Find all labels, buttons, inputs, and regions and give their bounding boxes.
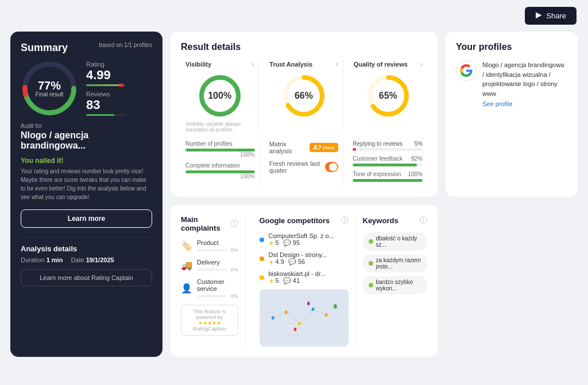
reviews-block: Reviews 83 — [86, 91, 126, 116]
rating-value: 4.99 — [86, 68, 126, 83]
competitor-0-stars: 5 — [276, 239, 279, 246]
keyword-0[interactable]: dbałość o każdy sz... — [363, 232, 428, 251]
keyword-dot-0 — [369, 239, 373, 244]
share-icon: ⯈ — [535, 11, 543, 20]
keywords-info-icon[interactable]: ⓘ — [420, 215, 427, 225]
rating-reviews: Rating 4.99 Reviews 83 — [86, 61, 126, 116]
competitor-2: biskowskiart.pl - dr... ★ 5 💬 41 — [260, 270, 349, 285]
learn-more-button[interactable]: Learn more — [21, 209, 152, 228]
feedback-value: 92% — [411, 155, 423, 162]
final-score-donut: 77% Final result — [21, 60, 78, 117]
detail-col-center: Matrix analysis A? Class Fresh reviews l… — [265, 141, 344, 186]
competitor-1: Dst Design - strony... ★ 4.9 💬 56 — [260, 251, 349, 266]
profile-item: Nlogo / agencja brandingowa / identyfika… — [456, 60, 567, 107]
quality-value: 65% — [379, 91, 397, 101]
competitor-2-stars: 5 — [276, 277, 279, 284]
service-pct: 0% — [230, 293, 238, 299]
keyword-dot-2 — [369, 283, 373, 287]
visibility-value: 100% — [208, 91, 231, 101]
visibility-label: Visibility — [185, 61, 211, 68]
num-profiles-label: Number of profiles — [185, 141, 255, 147]
reviews-bar — [86, 114, 126, 116]
star-icon-1: ★ — [269, 259, 274, 265]
feedback-label: Customer feedback — [353, 155, 403, 162]
quality-chevron[interactable]: › — [420, 60, 423, 68]
audit-name: Nlogo / agencja brandingowa... — [21, 130, 152, 151]
profiles-card: Your profiles Nlogo / agencja brandingow… — [446, 32, 578, 197]
star-icon: ★ — [269, 240, 274, 246]
bottom-card: Main complaints ⓘ 🏷️ Product 0% 🚚 Delive… — [171, 205, 438, 357]
competitor-0: ComputerSoft Sp. z o... ★ 5 💬 95 — [260, 232, 349, 247]
rating-bar — [86, 84, 126, 86]
analysis-details: Analysis details Duration 1 min Date 19/… — [21, 237, 152, 286]
rating-label: Rating — [86, 61, 126, 68]
metrics-row: Visibility › 100% Visibility variable al… — [181, 60, 427, 133]
complaints-info-icon[interactable]: ⓘ — [231, 219, 238, 229]
summary-header: Summary based on 1/1 profiles — [21, 42, 152, 54]
competitor-1-name: Dst Design - strony... — [269, 251, 327, 258]
date-value: 19/1/2025 — [86, 256, 114, 263]
product-bar — [197, 249, 227, 251]
product-label: Product — [197, 239, 238, 246]
keyword-0-label: dbałość o każdy sz... — [376, 235, 422, 248]
keywords-section: Keywords ⓘ dbałość o każdy sz... za każd… — [363, 215, 428, 347]
feedback-metric: Customer feedback 92% — [353, 155, 423, 166]
tone-metric: Tone of expression 100% — [353, 171, 423, 182]
svg-point-19 — [333, 304, 336, 309]
competitor-0-name: ComputerSoft Sp. z o... — [269, 232, 334, 239]
reviews-label: Reviews — [86, 91, 126, 98]
product-icon: 🏷️ — [181, 240, 192, 252]
competitors-title: Google competitors — [260, 216, 330, 225]
service-icon: 👤 — [181, 283, 192, 294]
keywords-title: Keywords — [363, 216, 399, 225]
keyword-2[interactable]: bardzo szybko wykon... — [363, 276, 428, 294]
summary-card: Summary based on 1/1 profiles 77% Final … — [10, 32, 163, 357]
share-button[interactable]: ⯈ Share — [525, 7, 577, 25]
powered-by: This feature is powered by ★★★★★ RatingC… — [181, 305, 238, 336]
top-bar: ⯈ Share — [0, 0, 588, 32]
competitor-2-reviews: 41 — [293, 277, 300, 284]
keyword-2-label: bardzo szybko wykon... — [376, 279, 422, 291]
trust-chart: 66% — [281, 73, 327, 119]
replying-metric: Replying to reviews 5% — [353, 141, 423, 151]
visibility-chart: 100% — [197, 73, 243, 119]
tone-value: 100% — [408, 171, 423, 177]
reviews-value: 83 — [86, 98, 126, 112]
donut-label: 77% Final result — [36, 80, 64, 98]
star-icon-2: ★ — [269, 278, 274, 284]
complaint-service: 👤 Customer service 0% — [181, 278, 238, 299]
competitor-2-dot — [260, 275, 264, 280]
complete-info-value: 100% — [185, 173, 255, 180]
see-profile-link[interactable]: See profile — [482, 100, 567, 107]
toggle-icon — [325, 162, 338, 172]
result-details-card: Result details Visibility › 100% Visibil… — [171, 32, 438, 197]
detail-col-right: Replying to reviews 5% Customer feedback… — [348, 141, 427, 186]
final-label: Final result — [36, 91, 64, 98]
learn-captain-button[interactable]: Learn more about Rating Captain — [21, 269, 152, 286]
tone-label: Tone of expression — [353, 171, 401, 177]
competitor-1-stars: 4.9 — [276, 258, 284, 265]
competitors-info-icon[interactable]: ⓘ — [341, 215, 349, 225]
trust-chevron[interactable]: › — [336, 60, 338, 68]
keyword-dot-1 — [369, 261, 373, 266]
trust-label: Trust Analysis — [269, 61, 312, 68]
svg-point-20 — [293, 328, 296, 331]
replying-value: 5% — [415, 141, 423, 147]
complaint-product: 🏷️ Product 0% — [181, 239, 238, 253]
svg-point-21 — [307, 302, 310, 305]
visibility-note: Visibility variable always considers all… — [185, 121, 254, 133]
complaints-section: Main complaints ⓘ 🏷️ Product 0% 🚚 Delive… — [181, 215, 246, 347]
detail-rows: Number of profiles 100% Complete informa… — [181, 141, 427, 186]
keyword-1[interactable]: za każdym razem jeste... — [363, 254, 428, 273]
main-grid: Summary based on 1/1 profiles 77% Final … — [0, 32, 588, 365]
profiles-scroll[interactable]: Nlogo / agencja brandingowa / identyfika… — [456, 60, 567, 107]
fresh-reviews-item: Fresh reviews last quater — [269, 160, 339, 174]
matrix-label: Matrix analysis — [269, 141, 305, 154]
analysis-row: Duration 1 min Date 19/1/2025 — [21, 256, 152, 263]
matrix-item: Matrix analysis A? Class — [269, 141, 339, 154]
complete-info-metric: Complete information 100% — [185, 162, 255, 180]
visibility-chevron[interactable]: › — [252, 60, 254, 68]
delivery-icon: 🚚 — [181, 260, 192, 271]
product-pct: 0% — [230, 247, 238, 253]
summary-title: Summary — [21, 42, 68, 54]
